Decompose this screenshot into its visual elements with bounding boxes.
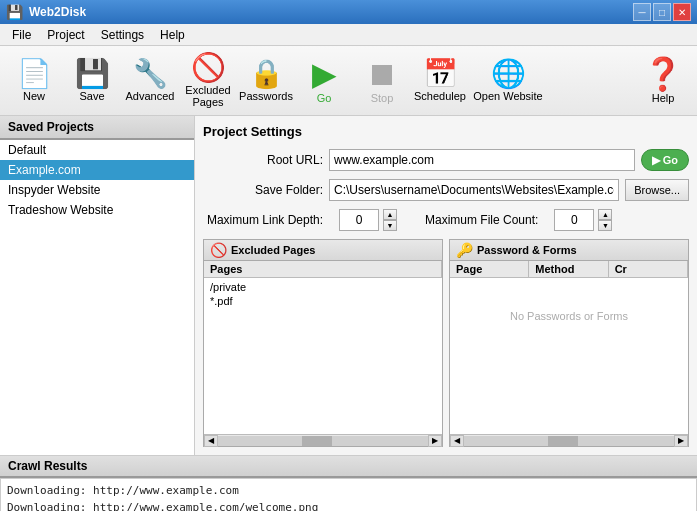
browse-button[interactable]: Browse... xyxy=(625,179,689,201)
password-forms-scrollbar[interactable]: ◀ ▶ xyxy=(450,434,688,446)
advanced-button[interactable]: 🔧 Advanced xyxy=(124,51,176,111)
scheduler-icon: 📅 xyxy=(423,60,458,88)
go-button[interactable]: ▶ Go xyxy=(298,51,350,111)
save-label: Save xyxy=(79,90,104,102)
password-forms-content: No Passwords or Forms xyxy=(450,278,688,434)
menu-bar: File Project Settings Help xyxy=(0,24,697,46)
excluded-scroll-track[interactable] xyxy=(218,436,428,446)
crawl-results-content: Downloading: http://www.example.com Down… xyxy=(0,478,697,511)
max-file-count-spin-buttons: ▲ ▼ xyxy=(598,209,612,231)
passwords-icon: 🔒 xyxy=(249,60,284,88)
help-button[interactable]: ❓ Help xyxy=(637,51,689,111)
excluded-pages-scrollbar[interactable]: ◀ ▶ xyxy=(204,434,442,446)
max-link-depth-down[interactable]: ▼ xyxy=(383,220,397,231)
password-col-method: Method xyxy=(529,261,608,277)
excluded-pages-col-headers: Pages xyxy=(204,261,442,278)
menu-settings[interactable]: Settings xyxy=(93,26,152,44)
menu-help[interactable]: Help xyxy=(152,26,193,44)
menu-project[interactable]: Project xyxy=(39,26,92,44)
new-button[interactable]: 📄 New xyxy=(8,51,60,111)
saved-projects-list: Default Example.com Inspyder Website Tra… xyxy=(0,140,194,455)
menu-file[interactable]: File xyxy=(4,26,39,44)
excluded-pages-label: Excluded Pages xyxy=(183,84,233,108)
saved-projects-panel: Saved Projects Default Example.com Inspy… xyxy=(0,116,195,455)
max-link-depth-spin-buttons: ▲ ▼ xyxy=(383,209,397,231)
password-scroll-right[interactable]: ▶ xyxy=(674,435,688,447)
sidebar-item-example-com[interactable]: Example.com xyxy=(0,160,194,180)
password-scroll-left[interactable]: ◀ xyxy=(450,435,464,447)
open-website-icon: 🌐 xyxy=(491,60,526,88)
excluded-row-0[interactable]: /private xyxy=(204,280,442,294)
root-url-input[interactable] xyxy=(329,149,635,171)
help-icon: ❓ xyxy=(643,58,683,90)
minimize-button[interactable]: ─ xyxy=(633,3,651,21)
password-forms-header-icon: 🔑 xyxy=(456,242,473,258)
password-forms-header: 🔑 Password & Forms xyxy=(450,240,688,261)
password-scroll-thumb[interactable] xyxy=(548,436,578,446)
go-btn-label: Go xyxy=(663,154,678,166)
root-url-row: Root URL: ▶ Go xyxy=(203,149,689,171)
scheduler-label: Schedulер xyxy=(414,90,466,102)
password-forms-empty: No Passwords or Forms xyxy=(450,310,688,322)
go-icon: ▶ xyxy=(312,58,337,90)
password-col-cr: Cr xyxy=(609,261,688,277)
project-settings-title: Project Settings xyxy=(203,124,689,139)
project-settings-panel: Project Settings Root URL: ▶ Go Save Fol… xyxy=(195,116,697,455)
save-button[interactable]: 💾 Save xyxy=(66,51,118,111)
app-title: Web2Disk xyxy=(29,5,86,19)
save-icon: 💾 xyxy=(75,60,110,88)
excluded-pages-button[interactable]: 🚫 Excluded Pages xyxy=(182,51,234,111)
max-link-depth-input[interactable] xyxy=(339,209,379,231)
password-forms-col-headers: Page Method Cr xyxy=(450,261,688,278)
sidebar-item-default[interactable]: Default xyxy=(0,140,194,160)
save-folder-input[interactable] xyxy=(329,179,619,201)
excluded-scroll-left[interactable]: ◀ xyxy=(204,435,218,447)
panels-row: 🚫 Excluded Pages Pages /private *.pdf ◀ … xyxy=(203,239,689,447)
main-content: Saved Projects Default Example.com Inspy… xyxy=(0,116,697,456)
maximize-button[interactable]: □ xyxy=(653,3,671,21)
passwords-button[interactable]: 🔒 Passwords xyxy=(240,51,292,111)
excluded-pages-panel: 🚫 Excluded Pages Pages /private *.pdf ◀ … xyxy=(203,239,443,447)
excluded-pages-header: 🚫 Excluded Pages xyxy=(204,240,442,261)
title-bar: 💾 Web2Disk ─ □ ✕ xyxy=(0,0,697,24)
excluded-scroll-right[interactable]: ▶ xyxy=(428,435,442,447)
excluded-pages-content: /private *.pdf xyxy=(204,278,442,434)
open-website-button[interactable]: 🌐 Open Website xyxy=(472,51,544,111)
new-label: New xyxy=(23,90,45,102)
go-label: Go xyxy=(317,92,332,104)
excluded-row-1[interactable]: *.pdf xyxy=(204,294,442,308)
crawl-results-section: Crawl Results Downloading: http://www.ex… xyxy=(0,456,697,511)
max-file-count-down[interactable]: ▼ xyxy=(598,220,612,231)
excluded-pages-header-icon: 🚫 xyxy=(210,242,227,258)
scheduler-button[interactable]: 📅 Schedulер xyxy=(414,51,466,111)
sidebar-item-tradeshow-website[interactable]: Tradeshow Website xyxy=(0,200,194,220)
sidebar-item-inspyder-website[interactable]: Inspyder Website xyxy=(0,180,194,200)
save-folder-label: Save Folder: xyxy=(203,183,323,197)
root-url-go-button[interactable]: ▶ Go xyxy=(641,149,689,171)
max-file-count-spinbox: ▲ ▼ xyxy=(554,209,612,231)
crawl-results-title: Crawl Results xyxy=(0,456,697,478)
max-file-count-up[interactable]: ▲ xyxy=(598,209,612,220)
help-label: Help xyxy=(652,92,675,104)
save-folder-row: Save Folder: Browse... xyxy=(203,179,689,201)
go-arrow-icon: ▶ xyxy=(652,154,660,167)
depth-filecount-row: Maximum Link Depth: ▲ ▼ Maximum File Cou… xyxy=(203,209,689,231)
max-file-count-input[interactable] xyxy=(554,209,594,231)
password-forms-header-label: Password & Forms xyxy=(477,244,577,256)
max-link-depth-label: Maximum Link Depth: xyxy=(203,213,323,227)
stop-label: Stop xyxy=(371,92,394,104)
new-icon: 📄 xyxy=(17,60,52,88)
close-button[interactable]: ✕ xyxy=(673,3,691,21)
saved-projects-title: Saved Projects xyxy=(0,116,194,140)
advanced-icon: 🔧 xyxy=(133,60,168,88)
max-link-depth-spinbox: ▲ ▼ xyxy=(339,209,397,231)
excluded-scroll-thumb[interactable] xyxy=(302,436,332,446)
stop-button[interactable]: ⏹ Stop xyxy=(356,51,408,111)
max-link-depth-up[interactable]: ▲ xyxy=(383,209,397,220)
excluded-pages-icon: 🚫 xyxy=(191,54,226,82)
open-website-label: Open Website xyxy=(473,90,543,102)
excluded-pages-header-label: Excluded Pages xyxy=(231,244,315,256)
window-controls: ─ □ ✕ xyxy=(633,3,691,21)
crawl-line-0: Downloading: http://www.example.com xyxy=(7,483,690,500)
password-scroll-track[interactable] xyxy=(464,436,674,446)
